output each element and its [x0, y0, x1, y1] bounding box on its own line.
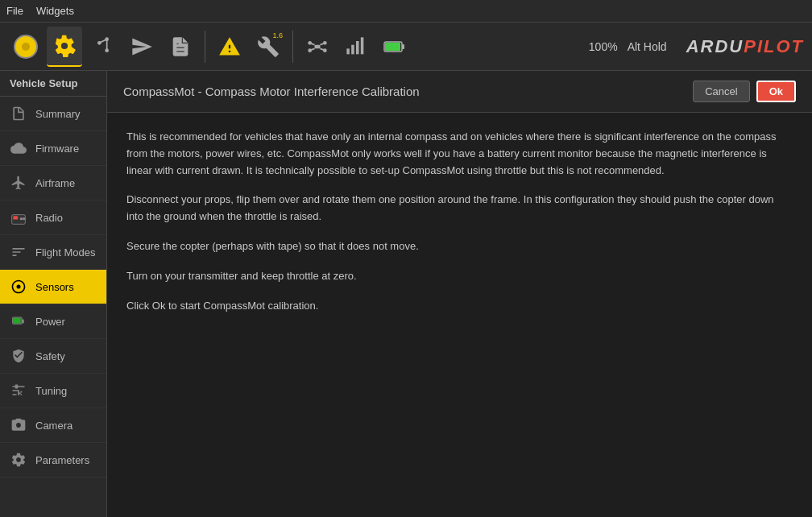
flight-mode: Alt Hold: [628, 40, 667, 53]
sidebar-item-camera[interactable]: Camera: [0, 408, 106, 443]
battery-percent: 100%: [589, 40, 618, 53]
sidebar-item-tuning[interactable]: Tuning: [0, 374, 106, 408]
svg-rect-12: [346, 48, 350, 54]
header-buttons: Cancel Ok: [693, 81, 796, 102]
svg-point-22: [23, 217, 25, 220]
sidebar-label-firmware: Firmware: [35, 143, 79, 155]
sidebar: Vehicle Setup Summary Firmware: [0, 71, 107, 517]
svg-point-9: [323, 41, 327, 45]
sidebar-item-safety[interactable]: Safety: [0, 339, 106, 374]
ok-button[interactable]: Ok: [756, 81, 796, 102]
svg-rect-18: [385, 43, 400, 51]
menu-bar: File Widgets: [0, 0, 812, 23]
sidebar-label-parameters: Parameters: [35, 454, 89, 466]
sidebar-label-camera: Camera: [35, 420, 72, 432]
sidebar-label-safety: Safety: [35, 350, 65, 362]
sidebar-label-sensors: Sensors: [35, 281, 74, 293]
tuning-icon: [10, 382, 27, 399]
content-header: CompassMot - Compass Motor Interference …: [107, 71, 812, 113]
menu-file[interactable]: File: [6, 5, 23, 17]
camera-icon: [10, 416, 27, 434]
instruction-paragraph-2: Disconnect your props, flip them over an…: [126, 192, 793, 225]
wrench-icon[interactable]: 1.6: [251, 27, 286, 67]
instruction-paragraph-3: Secure the copter (perhaps with tape) so…: [126, 238, 793, 255]
logo-pilot: PILOT: [744, 36, 804, 56]
drone-icon[interactable]: [300, 27, 335, 67]
signal-icon[interactable]: [338, 27, 374, 67]
summary-icon: [10, 105, 27, 122]
sidebar-item-summary[interactable]: Summary: [0, 97, 106, 131]
sidebar-item-parameters[interactable]: Parameters: [0, 443, 106, 478]
log-icon[interactable]: [163, 27, 198, 67]
content-body: This is recommended for vehicles that ha…: [107, 113, 812, 343]
svg-point-11: [323, 48, 327, 52]
sidebar-item-flight-modes[interactable]: Flight Modes: [0, 235, 106, 270]
toolbar: 1.6 100% Alt H: [0, 23, 812, 71]
svg-rect-14: [356, 41, 359, 54]
flight-modes-icon: [10, 243, 27, 261]
logo-ardu: ARDU: [686, 36, 744, 56]
svg-rect-13: [351, 44, 354, 54]
sidebar-label-radio: Radio: [35, 212, 63, 224]
sidebar-header: Vehicle Setup: [0, 71, 106, 97]
svg-rect-25: [22, 320, 23, 324]
sidebar-item-radio[interactable]: Radio: [0, 201, 106, 235]
wrench-badge: 1.6: [272, 31, 283, 39]
cancel-button[interactable]: Cancel: [693, 81, 749, 102]
sidebar-item-power[interactable]: Power: [0, 304, 106, 339]
svg-rect-15: [361, 37, 364, 54]
airframe-icon: [10, 174, 27, 192]
menu-widgets[interactable]: Widgets: [36, 5, 74, 17]
svg-rect-26: [13, 318, 20, 324]
svg-rect-3: [315, 44, 321, 48]
settings-icon[interactable]: [47, 27, 82, 67]
safety-icon: [10, 347, 27, 365]
instruction-paragraph-4: Turn on your transmitter and keep thrott…: [126, 268, 793, 285]
sidebar-label-power: Power: [35, 316, 65, 328]
svg-rect-20: [13, 216, 18, 219]
divider-1: [205, 31, 205, 63]
svg-point-23: [17, 285, 21, 289]
sidebar-label-tuning: Tuning: [35, 385, 67, 397]
toolbar-status: 100% Alt Hold: [589, 40, 667, 53]
home-icon[interactable]: [8, 27, 44, 67]
radio-icon: [10, 209, 27, 226]
firmware-icon: [10, 139, 27, 157]
main-layout: Vehicle Setup Summary Firmware: [0, 71, 812, 517]
instruction-paragraph-1: This is recommended for vehicles that ha…: [126, 129, 793, 179]
content-area: CompassMot - Compass Motor Interference …: [107, 71, 812, 517]
sidebar-item-airframe[interactable]: Airframe: [0, 166, 106, 201]
instruction-paragraph-5: Click Ok to start CompassMot calibration…: [126, 298, 793, 315]
svg-rect-17: [402, 44, 404, 49]
sidebar-label-summary: Summary: [35, 108, 81, 120]
arduipilot-logo: ARDUPILOT: [686, 36, 804, 57]
power-icon: [10, 312, 27, 330]
sidebar-item-sensors[interactable]: Sensors: [0, 270, 106, 304]
warning-icon[interactable]: [212, 27, 247, 67]
waypoints-icon[interactable]: [85, 27, 121, 67]
svg-point-21: [20, 217, 23, 220]
sidebar-item-firmware[interactable]: Firmware: [0, 131, 106, 166]
battery-icon[interactable]: [377, 27, 412, 67]
svg-point-10: [308, 48, 312, 52]
parameters-icon: [10, 451, 27, 469]
sensors-icon: [10, 278, 27, 296]
divider-2: [292, 31, 293, 63]
content-title: CompassMot - Compass Motor Interference …: [123, 85, 420, 98]
send-icon[interactable]: [124, 27, 160, 67]
sidebar-label-flight-modes: Flight Modes: [35, 246, 95, 258]
sidebar-label-airframe: Airframe: [35, 177, 75, 189]
svg-point-8: [308, 41, 312, 45]
